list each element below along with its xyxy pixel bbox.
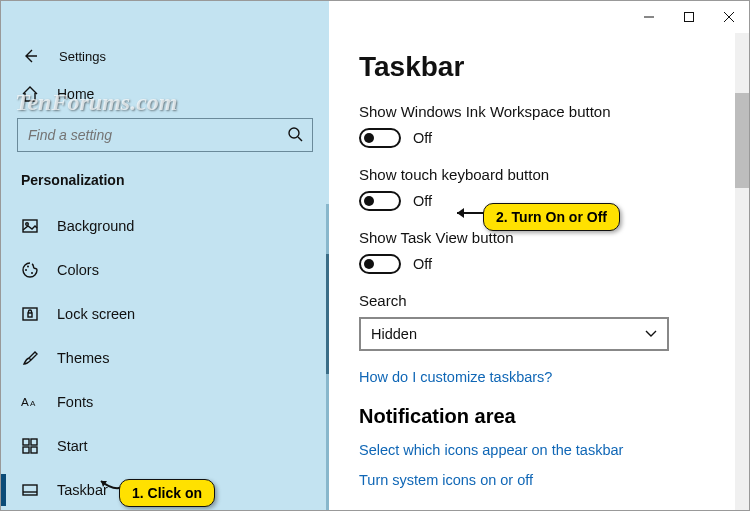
sidebar: Settings Home Personalization Background xyxy=(1,33,329,511)
chevron-down-icon xyxy=(645,327,657,341)
close-icon xyxy=(723,11,735,23)
svg-point-7 xyxy=(26,223,29,226)
svg-rect-1 xyxy=(685,13,694,22)
svg-point-10 xyxy=(31,272,33,274)
svg-rect-18 xyxy=(31,447,37,453)
toggle-taskview[interactable] xyxy=(359,254,401,274)
sidebar-item-label: Themes xyxy=(57,350,109,366)
toggle-knob xyxy=(364,133,374,143)
sidebar-item-label: Colors xyxy=(57,262,99,278)
setting-label-ink: Show Windows Ink Workspace button xyxy=(359,103,749,120)
search-icon xyxy=(287,126,303,142)
section-notification-area: Notification area xyxy=(359,405,749,428)
sidebar-item-fonts[interactable]: AA Fonts xyxy=(1,380,329,424)
svg-rect-17 xyxy=(23,447,29,453)
brush-icon xyxy=(21,349,39,367)
select-value: Hidden xyxy=(371,326,417,342)
setting-label-search: Search xyxy=(359,292,749,309)
sidebar-item-colors[interactable]: Colors xyxy=(1,248,329,292)
minimize-button[interactable] xyxy=(629,1,669,33)
category-label: Personalization xyxy=(1,164,329,204)
annotation-callout-1: 1. Click on xyxy=(119,479,215,507)
back-button[interactable] xyxy=(21,47,39,65)
svg-rect-19 xyxy=(23,485,37,495)
content-pane: Taskbar Show Windows Ink Workspace butto… xyxy=(329,33,749,511)
link-customize-taskbar[interactable]: How do I customize taskbars? xyxy=(359,369,749,385)
search-input[interactable] xyxy=(17,118,313,152)
maximize-icon xyxy=(683,11,695,23)
taskbar-icon xyxy=(21,481,39,499)
link-select-icons[interactable]: Select which icons appear on the taskbar xyxy=(359,442,749,458)
toggle-knob xyxy=(364,196,374,206)
maximize-button[interactable] xyxy=(669,1,709,33)
content-scrollbar[interactable] xyxy=(735,33,749,511)
sidebar-item-background[interactable]: Background xyxy=(1,204,329,248)
page-title: Taskbar xyxy=(359,51,749,83)
sidebar-item-start[interactable]: Start xyxy=(1,424,329,468)
setting-label-touch-keyboard: Show touch keyboard button xyxy=(359,166,749,183)
titlebar xyxy=(1,1,749,33)
search-select[interactable]: Hidden xyxy=(359,317,669,351)
lockscreen-icon xyxy=(21,305,39,323)
palette-icon xyxy=(21,261,39,279)
svg-point-4 xyxy=(289,128,299,138)
toggle-ink[interactable] xyxy=(359,128,401,148)
home-nav[interactable]: Home xyxy=(1,78,329,110)
toggle-knob xyxy=(364,259,374,269)
svg-rect-16 xyxy=(31,439,37,445)
nav-list: Background Colors Lock screen Themes AA … xyxy=(1,204,329,511)
sidebar-item-lockscreen[interactable]: Lock screen xyxy=(1,292,329,336)
sidebar-item-label: Lock screen xyxy=(57,306,135,322)
annotation-callout-2: 2. Turn On or Off xyxy=(483,203,620,231)
toggle-state: Off xyxy=(413,130,432,146)
content-scroll-thumb[interactable] xyxy=(735,93,749,188)
fonts-icon: AA xyxy=(21,393,39,411)
setting-label-taskview: Show Task View button xyxy=(359,229,749,246)
sidebar-item-label: Start xyxy=(57,438,88,454)
home-icon xyxy=(21,85,39,103)
annotation-arrow-2 xyxy=(451,204,487,222)
svg-point-8 xyxy=(25,269,27,271)
start-icon xyxy=(21,437,39,455)
sidebar-item-label: Fonts xyxy=(57,394,93,410)
close-button[interactable] xyxy=(709,1,749,33)
svg-rect-12 xyxy=(28,313,32,317)
svg-text:A: A xyxy=(21,396,29,409)
toggle-state: Off xyxy=(413,193,432,209)
svg-line-5 xyxy=(298,137,302,141)
svg-text:A: A xyxy=(30,400,36,409)
svg-point-9 xyxy=(27,266,29,268)
svg-rect-15 xyxy=(23,439,29,445)
toggle-state: Off xyxy=(413,256,432,272)
minimize-icon xyxy=(643,11,655,23)
sidebar-item-themes[interactable]: Themes xyxy=(1,336,329,380)
app-title: Settings xyxy=(59,49,106,64)
toggle-touch-keyboard[interactable] xyxy=(359,191,401,211)
home-label: Home xyxy=(57,86,94,102)
link-system-icons[interactable]: Turn system icons on or off xyxy=(359,472,749,488)
picture-icon xyxy=(21,217,39,235)
window-controls xyxy=(329,1,749,33)
sidebar-item-label: Background xyxy=(57,218,134,234)
